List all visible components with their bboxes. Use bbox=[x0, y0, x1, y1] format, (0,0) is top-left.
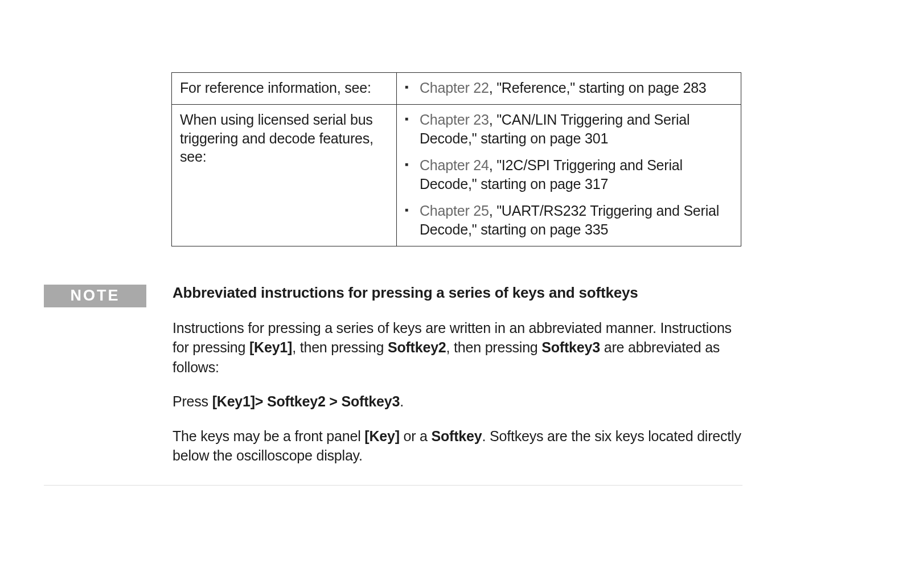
note-body: Abbreviated instructions for pressing a … bbox=[173, 283, 742, 466]
softkey-label: Softkey2 bbox=[388, 339, 446, 355]
note-badge: NOTE bbox=[44, 285, 146, 307]
note-header: Abbreviated instructions for pressing a … bbox=[173, 283, 742, 303]
note-paragraph: Press [Key1]> Softkey2 > Softkey3. bbox=[173, 392, 742, 412]
key-label: [Key1] bbox=[249, 339, 292, 355]
list-item: Chapter 25, "UART/RS232 Triggering and S… bbox=[405, 202, 733, 239]
key-label: [Key] bbox=[364, 428, 400, 444]
note-paragraph: The keys may be a front panel [Key] or a… bbox=[173, 426, 742, 466]
chapter-link[interactable]: Chapter 24 bbox=[420, 157, 489, 173]
note-paragraph: Instructions for pressing a series of ke… bbox=[173, 318, 742, 377]
chapter-link[interactable]: Chapter 22 bbox=[420, 80, 489, 96]
softkey-label: Softkey3 bbox=[541, 339, 600, 355]
reference-label: When using licensed serial bus triggerin… bbox=[180, 110, 388, 166]
chapter-link[interactable]: Chapter 23 bbox=[420, 112, 489, 128]
list-item: Chapter 24, "I2C/SPI Triggering and Seri… bbox=[405, 156, 733, 194]
list-item: Chapter 23, "CAN/LIN Triggering and Seri… bbox=[405, 110, 733, 148]
reference-text: , "Reference," starting on page 283 bbox=[489, 80, 707, 96]
list-item: Chapter 22, "Reference," starting on pag… bbox=[405, 79, 733, 97]
softkey-label: Softkey bbox=[432, 428, 482, 444]
table-row: When using licensed serial bus triggerin… bbox=[172, 105, 741, 246]
reference-label: For reference information, see: bbox=[180, 79, 388, 97]
note-block: NOTE Abbreviated instructions for pressi… bbox=[44, 283, 742, 486]
page: For reference information, see: Chapter … bbox=[0, 0, 911, 588]
table-row: For reference information, see: Chapter … bbox=[172, 73, 741, 105]
reference-table: For reference information, see: Chapter … bbox=[171, 72, 741, 246]
key-sequence: [Key1]> Softkey2 > Softkey3 bbox=[212, 393, 400, 409]
chapter-link[interactable]: Chapter 25 bbox=[420, 203, 489, 219]
